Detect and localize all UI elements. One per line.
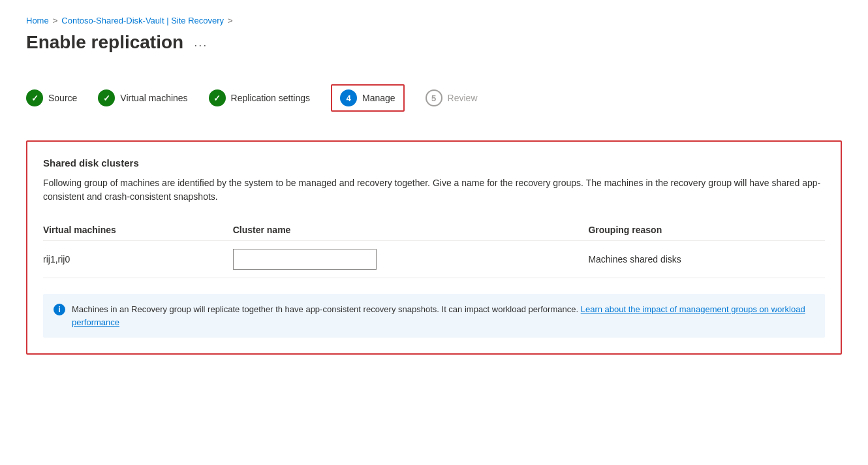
description: Following group of machines are identifi…	[43, 176, 825, 204]
ellipsis-button[interactable]: ...	[190, 35, 211, 51]
info-icon: i	[54, 304, 65, 315]
step-source[interactable]: ✓ Source	[26, 89, 77, 106]
step-source-circle: ✓	[26, 89, 43, 106]
page-title-row: Enable replication ...	[26, 32, 842, 53]
step-vm-label: Virtual machines	[120, 93, 187, 103]
cell-vms: rij1,rij0	[43, 241, 233, 278]
col-header-vms: Virtual machines	[43, 219, 233, 241]
info-text: Machines in an Recovery group will repli…	[72, 304, 578, 314]
breadcrumb-vault[interactable]: Contoso-Shared-Disk-Vault | Site Recover…	[61, 16, 224, 25]
col-header-grouping: Grouping reason	[588, 219, 825, 241]
content-box: Shared disk clusters Following group of …	[26, 140, 842, 355]
cluster-table: Virtual machines Cluster name Grouping r…	[43, 219, 825, 278]
section-title: Shared disk clusters	[43, 157, 825, 168]
step-manage-label: Manage	[362, 93, 395, 103]
breadcrumb-sep1: >	[53, 16, 58, 25]
page-title: Enable replication	[26, 32, 183, 53]
step-review-label: Review	[448, 93, 478, 103]
breadcrumb-sep2: >	[228, 16, 233, 25]
step-review[interactable]: 5 Review	[426, 89, 478, 106]
wizard-steps: ✓ Source ✓ Virtual machines ✓ Replicatio…	[26, 74, 842, 122]
step-rep-label: Replication settings	[231, 93, 310, 103]
step-virtual-machines[interactable]: ✓ Virtual machines	[98, 89, 187, 106]
step-rep-check: ✓	[213, 93, 221, 103]
page-container: Home > Contoso-Shared-Disk-Vault | Site …	[0, 0, 868, 370]
step-review-circle: 5	[426, 89, 442, 106]
step-vm-circle: ✓	[98, 89, 115, 106]
cell-grouping-reason: Machines shared disks	[588, 241, 825, 278]
breadcrumb-home[interactable]: Home	[26, 16, 49, 25]
info-text-container: Machines in an Recovery group will repli…	[72, 303, 814, 329]
table-row: rij1,rij0 Machines shared disks	[43, 241, 825, 278]
cell-cluster-name	[233, 241, 589, 278]
step-manage[interactable]: 4 Manage	[331, 84, 405, 112]
step-review-number: 5	[431, 93, 436, 103]
step-manage-circle: 4	[340, 89, 357, 106]
cluster-name-input[interactable]	[233, 249, 377, 270]
info-box: i Machines in an Recovery group will rep…	[43, 294, 825, 338]
step-source-check: ✓	[31, 93, 39, 103]
step-manage-number: 4	[346, 93, 350, 103]
step-replication-settings[interactable]: ✓ Replication settings	[209, 89, 310, 106]
step-vm-check: ✓	[103, 93, 110, 103]
breadcrumb: Home > Contoso-Shared-Disk-Vault | Site …	[26, 16, 842, 25]
step-source-label: Source	[48, 93, 77, 103]
step-rep-circle: ✓	[209, 89, 226, 106]
col-header-cluster: Cluster name	[233, 219, 589, 241]
